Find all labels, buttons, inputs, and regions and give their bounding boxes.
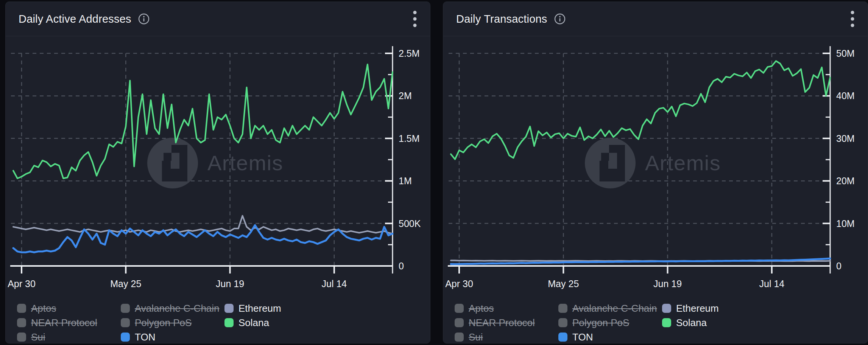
legend-swatch-near-protocol [455,318,464,327]
legend-item-aptos[interactable]: Aptos [455,303,558,314]
y-tick-label: 0 [836,261,842,271]
info-icon[interactable] [138,13,150,25]
legend-swatch-avalanche-c-chain [121,304,130,313]
legend: AptosNEAR ProtocolSuiAvalanche C-ChainPo… [455,301,868,344]
x-tick-label: Jun 19 [216,278,244,289]
watermark-text: Artemis [645,151,721,175]
y-tick-label: 2M [399,90,412,101]
y-tick-label: 2.5M [399,48,420,59]
y-tick-label: 1M [399,176,412,186]
y-tick-label: 50M [836,48,855,59]
legend-label: Ethereum [238,303,281,314]
legend-item-near-protocol[interactable]: NEAR Protocol [17,317,121,329]
y-tick-label: 1.5M [399,133,420,144]
y-tick-label: 30M [836,133,855,144]
legend-swatch-aptos [455,304,464,313]
legend-swatch-ethereum [224,304,234,313]
legend-label: Solana [238,317,269,329]
legend-swatch-aptos [17,304,26,313]
legend-swatch-sui [17,333,26,342]
legend-label: Polygon PoS [135,317,192,329]
page-title: Daily Active Addresses [19,13,131,25]
legend-label: NEAR Protocol [469,317,535,329]
gridlines [449,53,830,266]
legend-swatch-sui [455,333,464,342]
legend-label: Aptos [469,303,494,314]
x-tick-label: May 25 [548,278,579,289]
daily-transactions-chart[interactable]: Artemis010M20M30M40M50MApr 30May 25Jun 1… [443,36,868,297]
page-title: Daily Transactions [456,13,547,25]
legend-item-ethereum[interactable]: Ethereum [224,303,430,314]
legend-label: NEAR Protocol [31,317,97,329]
legend-label: TON [572,331,593,343]
series-line-solana [13,64,393,178]
legend-label: Sui [31,331,45,343]
legend-item-aptos[interactable]: Aptos [17,303,121,314]
legend-item-solana[interactable]: Solana [224,317,430,329]
y-tick-label: 500K [399,218,421,229]
legend-item-ton[interactable]: TON [558,331,662,343]
legend-label: Ethereum [676,303,719,314]
x-tick-label: Jul 14 [321,278,347,289]
y-tick-label: 0 [399,261,404,271]
panel-daily-active-addresses: Daily Active Addresses Artemis0500K1M1.5… [5,2,430,343]
y-tick-label: 10M [836,218,855,229]
legend-item-avalanche-c-chain[interactable]: Avalanche C-Chain [121,303,224,314]
panel-header: Daily Transactions [443,2,868,36]
series-line-solana [451,61,830,159]
legend-label: Aptos [31,303,56,314]
legend-item-sui[interactable]: Sui [17,331,121,343]
x-tick-label: Apr 30 [445,278,473,289]
legend-item-polygon-pos[interactable]: Polygon PoS [558,317,662,329]
x-tick-label: Apr 30 [8,278,36,289]
legend-swatch-polygon-pos [121,318,130,327]
x-tick-label: Jul 14 [759,278,784,289]
info-icon[interactable] [554,13,566,25]
legend-label: Sui [469,331,483,343]
watermark-text: Artemis [207,151,283,175]
legend-swatch-polygon-pos [558,318,567,327]
legend-label: Avalanche C-Chain [135,303,220,314]
panel-daily-transactions: Daily Transactions Artemis010M20M30M40M5… [443,2,868,343]
legend-item-ton[interactable]: TON [121,331,224,343]
x-tick-label: May 25 [110,278,141,289]
kebab-menu-icon[interactable] [850,9,855,29]
daily-active-addresses-chart[interactable]: Artemis0500K1M1.5M2M2.5MApr 30May 25Jun … [6,36,431,297]
legend-swatch-ton [558,333,567,342]
legend-item-sui[interactable]: Sui [455,331,558,343]
legend-swatch-near-protocol [17,318,26,327]
x-tick-label: Jun 19 [653,278,682,289]
legend-swatch-ton [121,333,130,342]
legend-label: TON [135,331,155,343]
legend-label: Polygon PoS [572,317,629,329]
legend-item-solana[interactable]: Solana [662,317,868,329]
legend: AptosNEAR ProtocolSuiAvalanche C-ChainPo… [17,301,430,344]
legend-swatch-solana [662,318,671,327]
kebab-menu-icon[interactable] [413,9,417,29]
legend-item-near-protocol[interactable]: NEAR Protocol [455,317,558,329]
y-tick-label: 20M [836,176,855,186]
legend-swatch-avalanche-c-chain [558,304,567,313]
panel-header: Daily Active Addresses [6,2,430,36]
legend-swatch-ethereum [662,304,671,313]
legend-item-polygon-pos[interactable]: Polygon PoS [121,317,224,329]
y-tick-label: 40M [836,90,855,101]
legend-swatch-solana [224,318,234,327]
legend-item-avalanche-c-chain[interactable]: Avalanche C-Chain [558,303,662,314]
legend-label: Solana [676,317,707,329]
legend-label: Avalanche C-Chain [572,303,657,314]
legend-item-ethereum[interactable]: Ethereum [662,303,868,314]
